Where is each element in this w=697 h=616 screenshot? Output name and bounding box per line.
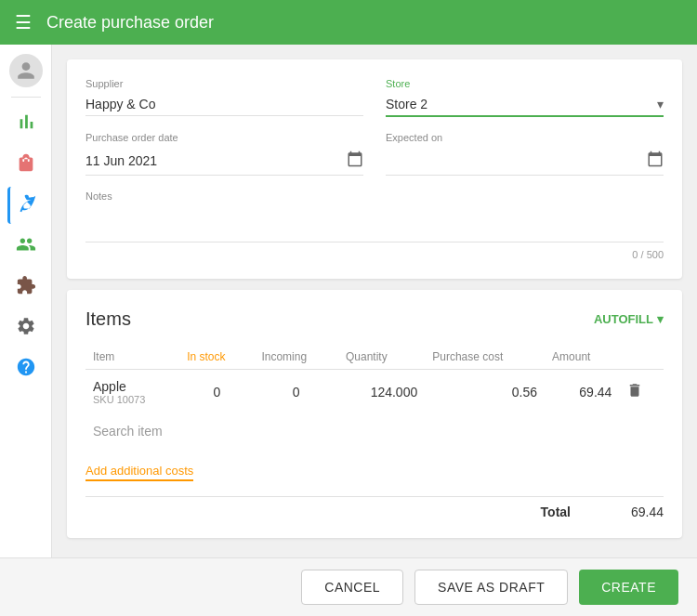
supplier-store-row: Supplier Happy & Co Store Store 2 Store … bbox=[85, 78, 664, 117]
sidebar-item-reports[interactable] bbox=[7, 105, 45, 142]
main-layout: Supplier Happy & Co Store Store 2 Store … bbox=[0, 45, 697, 616]
po-date-group: Purchase order date bbox=[85, 132, 363, 176]
autofill-label: AUTOFILL bbox=[594, 312, 653, 326]
puzzle-icon bbox=[16, 275, 36, 300]
col-item: Item bbox=[85, 345, 179, 370]
item-delete-cell bbox=[619, 370, 664, 415]
avatar bbox=[9, 54, 43, 87]
notes-counter: 0 / 500 bbox=[85, 249, 664, 260]
sidebar-item-orders[interactable] bbox=[7, 146, 45, 183]
items-header: Items AUTOFILL ▾ bbox=[85, 308, 664, 330]
item-purchase-cost: 0.56 bbox=[425, 370, 545, 415]
po-date-input[interactable] bbox=[85, 153, 347, 168]
item-in-stock: 0 bbox=[179, 370, 254, 415]
notes-group: Notes 0 / 500 bbox=[85, 190, 664, 260]
footer: CANCEL SAVE AS DRAFT CREATE bbox=[0, 557, 697, 616]
bag-icon bbox=[16, 152, 36, 177]
search-item-cell[interactable]: Search item bbox=[85, 414, 664, 448]
expected-input[interactable] bbox=[386, 153, 647, 168]
sidebar-item-contacts[interactable] bbox=[7, 228, 45, 265]
table-row: Apple SKU 10073 0 0 124.000 0.56 69.44 bbox=[85, 370, 664, 415]
total-value: 69.44 bbox=[608, 505, 664, 519]
save-draft-button[interactable]: SAVE AS DRAFT bbox=[414, 570, 568, 605]
sidebar bbox=[0, 45, 52, 616]
store-label: Store bbox=[386, 78, 664, 89]
search-item-text: Search item bbox=[93, 424, 163, 439]
item-name-cell: Apple SKU 10073 bbox=[85, 370, 179, 415]
col-purchase-cost: Purchase cost bbox=[425, 345, 545, 370]
menu-icon[interactable]: ☰ bbox=[15, 11, 32, 33]
item-name: Apple bbox=[93, 379, 172, 394]
cancel-button[interactable]: CANCEL bbox=[301, 570, 403, 605]
autofill-chevron-icon: ▾ bbox=[657, 312, 664, 326]
col-quantity: Quantity bbox=[338, 345, 425, 370]
search-item-row[interactable]: Search item bbox=[85, 414, 664, 448]
col-actions bbox=[619, 345, 664, 370]
supplier-group: Supplier Happy & Co bbox=[85, 78, 363, 117]
sidebar-item-purchase[interactable] bbox=[7, 187, 45, 224]
expected-calendar-icon[interactable] bbox=[647, 151, 664, 171]
total-row: Total 69.44 bbox=[85, 496, 664, 519]
add-additional-costs-link[interactable]: Add additional costs bbox=[85, 464, 193, 481]
page-title: Create purchase order bbox=[46, 13, 214, 33]
chart-icon bbox=[16, 111, 36, 137]
sidebar-item-avatar[interactable] bbox=[7, 52, 45, 89]
col-incoming: Incoming bbox=[254, 345, 338, 370]
item-incoming: 0 bbox=[254, 370, 338, 415]
supplier-label: Supplier bbox=[85, 78, 363, 89]
item-amount: 69.44 bbox=[545, 370, 619, 415]
items-title: Items bbox=[85, 308, 131, 330]
notes-textarea[interactable] bbox=[85, 205, 664, 242]
create-button[interactable]: CREATE bbox=[579, 570, 678, 605]
delete-icon[interactable] bbox=[626, 386, 643, 401]
main-content: Supplier Happy & Co Store Store 2 Store … bbox=[52, 45, 697, 616]
items-table: Item In stock Incoming Quantity Purchase… bbox=[85, 345, 664, 448]
supplier-value: Happy & Co bbox=[85, 93, 363, 116]
sidebar-divider bbox=[11, 97, 41, 98]
autofill-button[interactable]: AUTOFILL ▾ bbox=[594, 312, 664, 326]
sidebar-item-integrations[interactable] bbox=[7, 269, 45, 306]
items-card: Items AUTOFILL ▾ Item In stock Incoming … bbox=[67, 290, 682, 538]
item-quantity: 124.000 bbox=[338, 370, 425, 415]
total-label: Total bbox=[541, 505, 571, 519]
expected-group: Expected on bbox=[386, 132, 664, 176]
col-in-stock: In stock bbox=[179, 345, 254, 370]
top-bar: ☰ Create purchase order bbox=[0, 0, 697, 45]
po-date-wrapper bbox=[85, 147, 363, 176]
po-date-label: Purchase order date bbox=[85, 132, 363, 143]
additional-costs-section: Add additional costs bbox=[85, 455, 664, 481]
contacts-icon bbox=[16, 234, 36, 259]
sidebar-item-help[interactable] bbox=[7, 350, 45, 387]
store-select[interactable]: Store 2 Store 1 Store 3 bbox=[386, 97, 657, 111]
store-group: Store Store 2 Store 1 Store 3 ▾ bbox=[386, 78, 664, 117]
table-header-row: Item In stock Incoming Quantity Purchase… bbox=[85, 345, 664, 370]
expected-label: Expected on bbox=[386, 132, 664, 143]
purchase-icon bbox=[17, 193, 37, 218]
item-sku: SKU 10073 bbox=[93, 394, 172, 405]
form-card: Supplier Happy & Co Store Store 2 Store … bbox=[67, 59, 682, 279]
expected-wrapper bbox=[386, 147, 664, 176]
help-icon bbox=[16, 357, 36, 382]
chevron-down-icon: ▾ bbox=[657, 97, 664, 111]
calendar-icon[interactable] bbox=[347, 151, 363, 171]
store-select-wrapper: Store 2 Store 1 Store 3 ▾ bbox=[386, 93, 664, 117]
date-row: Purchase order date Expected on bbox=[85, 132, 664, 176]
settings-icon bbox=[16, 316, 36, 341]
notes-label: Notes bbox=[85, 190, 664, 202]
sidebar-item-settings[interactable] bbox=[7, 309, 45, 347]
col-amount: Amount bbox=[545, 345, 619, 370]
